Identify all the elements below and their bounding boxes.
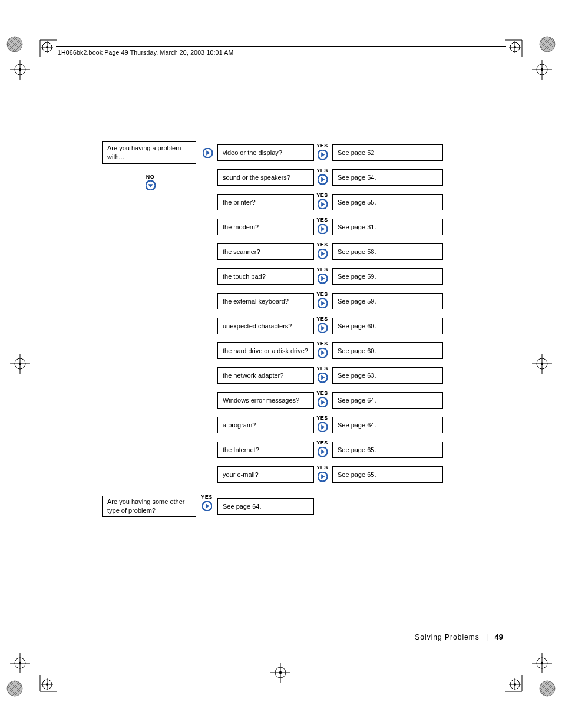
registration-mark-icon xyxy=(269,661,292,684)
registration-mark-icon xyxy=(8,651,32,675)
problem-option: the hard drive or a disk drive? xyxy=(217,342,314,359)
corner-mark-icon xyxy=(505,37,525,57)
answer-reference: See page 65. xyxy=(332,466,443,483)
problem-option: sound or the speakers? xyxy=(217,169,314,186)
arrow-down-icon xyxy=(146,180,156,190)
arrow-right-icon xyxy=(318,150,328,160)
answer-reference: See page 59. xyxy=(332,293,443,309)
problem-option: video or the display? xyxy=(217,144,314,161)
footer-section: Solving Problems xyxy=(415,633,479,641)
no-label: NO xyxy=(141,174,159,180)
crop-ball-icon xyxy=(538,35,556,53)
yes-label: YES xyxy=(315,341,329,347)
arrow-right-icon xyxy=(318,174,328,185)
corner-mark-icon xyxy=(37,675,57,695)
registration-mark-icon xyxy=(8,58,32,81)
arrow-right-icon xyxy=(318,249,328,259)
yes-label: YES xyxy=(315,143,329,149)
arrow-right-icon xyxy=(318,472,328,482)
arrow-right-icon xyxy=(203,148,213,158)
problem-option: the scanner? xyxy=(217,243,314,260)
answer-reference: See page 55. xyxy=(332,194,443,210)
yes-label: YES xyxy=(315,465,329,470)
corner-mark-icon xyxy=(505,675,525,695)
answer-reference: See page 60. xyxy=(332,318,443,334)
answer-reference: See page 31. xyxy=(332,219,443,235)
arrow-right-icon xyxy=(318,224,328,234)
answer-reference: See page 64. xyxy=(332,417,443,433)
answer-other: See page 64. xyxy=(217,498,314,515)
yes-label: YES xyxy=(315,192,329,198)
yes-label: YES xyxy=(315,242,329,248)
arrow-right-icon xyxy=(318,323,328,333)
crop-ball-icon xyxy=(6,680,24,697)
yes-label: YES xyxy=(315,217,329,223)
question-main: Are you having a problem with... xyxy=(102,141,196,164)
problem-option: your e-mail? xyxy=(217,466,314,483)
arrow-right-icon xyxy=(318,422,328,432)
page-footer: Solving Problems | 49 xyxy=(415,633,503,641)
answer-reference: See page 54. xyxy=(332,169,443,186)
arrow-right-icon xyxy=(318,274,328,284)
answer-reference: See page 59. xyxy=(332,268,443,285)
yes-label: YES xyxy=(315,266,329,272)
arrow-right-icon xyxy=(318,373,328,383)
crop-ball-icon xyxy=(6,35,24,53)
problem-option: the modem? xyxy=(217,219,314,235)
arrow-right-icon xyxy=(318,199,328,209)
problem-option: the Internet? xyxy=(217,442,314,458)
question-other: Are you having some other type of proble… xyxy=(102,496,196,517)
arrow-right-icon xyxy=(318,298,328,308)
problem-option: Windows error messages? xyxy=(217,392,314,409)
problem-option: the printer? xyxy=(217,194,314,210)
answer-reference: See page 65. xyxy=(332,442,443,458)
header-rule xyxy=(56,46,506,47)
problem-option: unexpected characters? xyxy=(217,318,314,334)
footer-separator: | xyxy=(486,633,488,641)
no-indicator: NO xyxy=(141,174,159,190)
arrow-right-icon xyxy=(318,397,328,407)
yes-label: YES xyxy=(315,291,329,297)
problem-option: the touch pad? xyxy=(217,268,314,285)
yes-label: YES xyxy=(315,167,329,173)
crop-ball-icon xyxy=(538,680,556,697)
yes-label: YES xyxy=(315,390,329,396)
arrow-right-icon xyxy=(202,501,212,511)
answer-reference: See page 63. xyxy=(332,367,443,384)
arrow-right-icon xyxy=(318,348,328,358)
problem-option: a program? xyxy=(217,417,314,433)
answer-reference: See page 64. xyxy=(332,392,443,409)
registration-mark-icon xyxy=(8,352,32,375)
yes-label: YES xyxy=(200,494,214,500)
answer-reference: See page 58. xyxy=(332,243,443,260)
yes-label: YES xyxy=(315,365,329,371)
problem-option: the external keyboard? xyxy=(217,293,314,309)
footer-page-number: 49 xyxy=(495,633,503,641)
answer-reference: See page 52 xyxy=(332,144,443,161)
arrow-right-icon xyxy=(318,447,328,457)
yes-label: YES xyxy=(315,415,329,421)
registration-mark-icon xyxy=(530,651,554,675)
header-meta: 1H066bk2.book Page 49 Thursday, March 20… xyxy=(58,49,233,56)
yes-label: YES xyxy=(315,440,329,446)
answer-reference: See page 60. xyxy=(332,342,443,359)
corner-mark-icon xyxy=(37,37,57,57)
registration-mark-icon xyxy=(530,352,554,375)
registration-mark-icon xyxy=(530,58,554,81)
yes-label: YES xyxy=(315,316,329,322)
problem-option: the network adapter? xyxy=(217,367,314,384)
